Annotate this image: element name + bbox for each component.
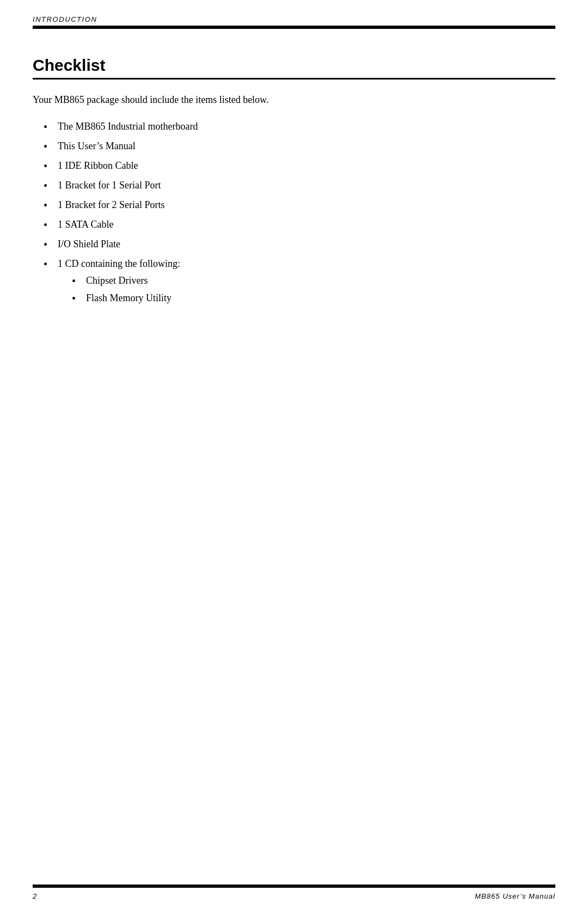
footer-manual-title: MB865 User’s Manual — [475, 892, 555, 900]
list-item: • 1 Bracket for 1 Serial Port — [44, 178, 555, 193]
list-item: • I/O Shield Plate — [44, 237, 555, 252]
list-item-text: 1 IDE Ribbon Cable — [58, 158, 555, 173]
sub-list: • Chipset Drivers • Flash Memory Utility — [72, 273, 555, 306]
list-item: • This User’s Manual — [44, 139, 555, 154]
bullet-icon: • — [44, 139, 53, 154]
list-item: • 1 SATA Cable — [44, 217, 555, 233]
list-item-text: 1 Bracket for 2 Serial Ports — [58, 198, 555, 212]
sub-list-item-text: Flash Memory Utility — [86, 291, 171, 306]
intro-text: Your MB865 package should include the it… — [33, 93, 555, 107]
bullet-icon: • — [44, 217, 53, 233]
bullet-icon: • — [44, 237, 53, 252]
footer-rule — [33, 884, 555, 888]
page-title: Checklist — [33, 56, 555, 75]
page-wrapper: INTRODUCTION Checklist Your MB865 packag… — [0, 0, 588, 909]
sub-list-item-text: Chipset Drivers — [86, 273, 148, 288]
header-label: INTRODUCTION — [33, 15, 555, 23]
list-item-text: This User’s Manual — [58, 139, 555, 154]
bullet-icon: • — [44, 158, 53, 174]
bullet-icon: • — [44, 178, 53, 193]
sub-list-item: • Flash Memory Utility — [72, 291, 555, 306]
sub-bullet-icon: • — [72, 291, 82, 306]
title-rule — [33, 78, 555, 80]
main-content: Checklist Your MB865 package should incl… — [0, 29, 588, 909]
list-item-text: 1 Bracket for 1 Serial Port — [58, 178, 555, 193]
checklist-items: • The MB865 Industrial motherboard • Thi… — [44, 119, 555, 308]
list-item: • 1 Bracket for 2 Serial Ports — [44, 198, 555, 213]
footer: 2 MB865 User’s Manual — [0, 884, 588, 909]
sub-bullet-icon: • — [72, 273, 82, 289]
list-item-cd: • 1 CD containing the following: • Chips… — [44, 257, 555, 308]
list-item: • 1 IDE Ribbon Cable — [44, 158, 555, 174]
bullet-icon: • — [44, 198, 53, 213]
list-item-text: 1 SATA Cable — [58, 217, 555, 232]
list-item-text: 1 CD containing the following: • Chipset… — [58, 257, 555, 308]
cd-item-label: 1 CD containing the following: — [58, 258, 180, 269]
top-header: INTRODUCTION — [0, 0, 588, 29]
footer-content: 2 MB865 User’s Manual — [33, 892, 555, 909]
bullet-icon: • — [44, 257, 53, 272]
bullet-icon: • — [44, 119, 53, 135]
list-item: • The MB865 Industrial motherboard — [44, 119, 555, 135]
list-item-text: I/O Shield Plate — [58, 237, 555, 252]
list-item-text: The MB865 Industrial motherboard — [58, 119, 555, 134]
footer-page-number: 2 — [33, 892, 36, 900]
sub-list-item: • Chipset Drivers — [72, 273, 555, 289]
